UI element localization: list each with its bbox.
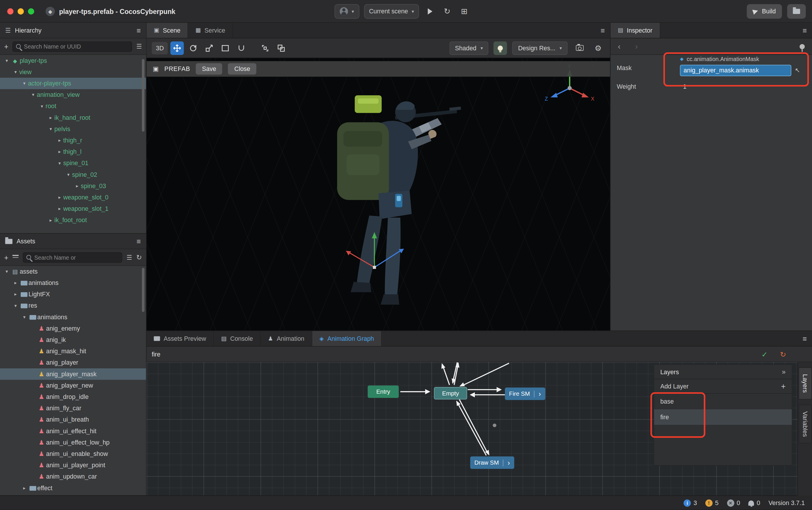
error-status[interactable]: ✕ 0 — [727, 499, 740, 507]
expand-arrow-icon[interactable] — [73, 183, 81, 189]
scene-selector-dropdown[interactable]: Current scene ▾ — [364, 4, 419, 19]
nav-forward-button[interactable]: › — [635, 41, 638, 51]
assets-search-input[interactable] — [34, 254, 119, 260]
graph-side-tab[interactable]: Variables — [798, 405, 812, 444]
gizmo-space-button[interactable] — [275, 41, 288, 55]
expand-arrow-icon[interactable] — [56, 206, 63, 211]
hierarchy-tree-item[interactable]: pelvis — [0, 123, 146, 135]
pin-icon[interactable] — [800, 44, 805, 49]
assets-searchbox[interactable] — [23, 252, 122, 262]
hierarchy-tree-item[interactable]: spine_02 — [0, 169, 146, 180]
close-window-button[interactable] — [7, 8, 13, 15]
scene-viewport[interactable]: ▣ PREFAB Save Close — [147, 58, 610, 331]
expand-arrow-icon[interactable] — [56, 138, 63, 143]
layer-item[interactable]: base — [654, 394, 792, 409]
refresh-assets-icon[interactable]: ↻ — [136, 253, 142, 261]
build-button[interactable]: Build — [747, 4, 782, 19]
add-node-button[interactable]: + — [4, 42, 8, 51]
asset-tree-item[interactable]: anim_drop_idle — [0, 391, 146, 402]
asset-tree-item[interactable]: animations — [0, 311, 146, 323]
hierarchy-tree-item[interactable]: view — [0, 66, 146, 78]
add-layer-button[interactable]: + — [781, 382, 786, 391]
inspector-menu-icon[interactable]: ≡ — [803, 26, 807, 35]
scene-tab[interactable]: Scene — [147, 23, 188, 38]
move-tool-button[interactable] — [171, 41, 184, 55]
assets-menu-icon[interactable]: ≡ — [137, 237, 141, 246]
ui-anchor-tool-button[interactable] — [235, 41, 248, 55]
asset-tree-item[interactable]: anim_ui_enable_show — [0, 448, 146, 459]
asset-tree-item[interactable]: anim_ui_effect_low_hp — [0, 437, 146, 448]
asset-tree-item[interactable]: anim_updown_car — [0, 471, 146, 482]
expand-arrow-icon[interactable] — [38, 104, 46, 109]
bottom-tab[interactable]: Console — [214, 331, 261, 346]
hierarchy-scrollbar[interactable] — [142, 59, 145, 132]
rotate-tool-button[interactable] — [187, 41, 200, 55]
expand-arrow-icon[interactable] — [12, 69, 19, 75]
expand-arrow-icon[interactable] — [12, 280, 19, 286]
bottom-tab[interactable]: Animation — [261, 331, 312, 346]
animation-graph-canvas[interactable]: Entry Empty Fire SM Draw SM — [147, 362, 798, 496]
expand-arrow-icon[interactable] — [56, 161, 63, 166]
expand-arrow-icon[interactable] — [30, 92, 37, 97]
projection-3d-button[interactable]: 3D — [152, 41, 168, 54]
asset-tree-item[interactable]: anig_player_new — [0, 380, 146, 391]
snap-tool-button[interactable] — [259, 41, 272, 55]
scene-tab[interactable]: Service — [188, 23, 233, 38]
hierarchy-tree-item[interactable]: thigh_l — [0, 146, 146, 157]
graph-side-tab[interactable]: Layers — [798, 367, 812, 399]
expand-arrow-icon[interactable] — [47, 126, 54, 132]
assets-scrollbar[interactable] — [142, 268, 145, 312]
asset-tree-item[interactable]: animations — [0, 277, 146, 288]
asset-tree-item[interactable]: effect — [0, 482, 146, 494]
hierarchy-tree-item[interactable]: weapone_slot_1 — [0, 203, 146, 215]
hierarchy-tree-item[interactable]: spine_03 — [0, 180, 146, 192]
shading-mode-dropdown[interactable]: Shaded ▾ — [449, 41, 488, 55]
open-project-folder-button[interactable] — [787, 4, 806, 19]
nav-back-button[interactable]: ‹ — [618, 41, 621, 51]
collapse-panel-icon[interactable]: » — [782, 368, 786, 376]
asset-tree-item[interactable]: anig_player — [0, 357, 146, 368]
hierarchy-tree-item[interactable]: spine_01 — [0, 158, 146, 169]
bottom-tab[interactable]: Animation Graph — [312, 331, 382, 346]
rect-tool-button[interactable] — [219, 41, 232, 55]
prefab-save-button[interactable]: Save — [196, 63, 222, 75]
hierarchy-tree-item[interactable]: player-tps — [0, 55, 146, 66]
preview-grid-button[interactable]: ⊞ — [458, 4, 471, 19]
hierarchy-tree-item[interactable]: ik_hand_root — [0, 112, 146, 123]
play-button[interactable] — [424, 4, 436, 19]
notification-status[interactable]: 0 — [748, 499, 760, 507]
asset-tree-item[interactable]: anig_player_mask — [0, 368, 146, 380]
hierarchy-menu-icon[interactable]: ≡ — [137, 26, 141, 35]
minimize-window-button[interactable] — [18, 8, 24, 15]
transform-gizmo[interactable] — [342, 230, 410, 280]
asset-tree-item[interactable]: anim_fly_car — [0, 403, 146, 414]
scene-menu-icon[interactable]: ≡ — [601, 26, 605, 35]
scene-settings-button[interactable]: ⚙ — [592, 41, 605, 55]
asset-tree-item[interactable]: anim_ui_breath — [0, 414, 146, 425]
bottom-panel-menu-icon[interactable]: ≡ — [803, 335, 807, 343]
graph-node[interactable]: Entry — [368, 386, 399, 398]
graph-node[interactable]: Draw SM — [470, 456, 514, 469]
expand-arrow-icon[interactable] — [47, 115, 54, 120]
hierarchy-searchbox[interactable] — [12, 41, 132, 52]
mask-asset-input[interactable] — [680, 65, 791, 76]
hierarchy-tree-item[interactable]: animation_view — [0, 89, 146, 100]
expand-arrow-icon[interactable] — [21, 81, 28, 86]
hierarchy-tree-item[interactable]: actor-player-tps — [0, 78, 146, 89]
expand-arrow-icon[interactable] — [47, 218, 54, 223]
assets-view-mode-icon[interactable]: ☰ — [126, 254, 132, 261]
hierarchy-tree-item[interactable]: weapone_slot_0 — [0, 192, 146, 203]
expand-arrow-icon[interactable] — [65, 172, 72, 177]
hierarchy-view-mode-icon[interactable]: ☰ — [136, 43, 142, 50]
bottom-tab[interactable]: Assets Preview — [147, 331, 214, 346]
asset-tree-item[interactable]: anig_ik — [0, 334, 146, 345]
asset-tree-item[interactable]: LightFX — [0, 289, 146, 300]
info-status[interactable]: i 3 — [684, 499, 697, 507]
hierarchy-tree-item[interactable]: root — [0, 101, 146, 112]
account-dropdown[interactable]: ▾ — [334, 4, 359, 19]
asset-tree-item[interactable]: anig_mask_hit — [0, 346, 146, 357]
reload-scene-button[interactable]: ↻ — [441, 4, 453, 19]
asset-tree-item[interactable]: anim_ui_effect_hit — [0, 425, 146, 437]
hierarchy-tree-item[interactable]: ik_foot_root — [0, 215, 146, 226]
expand-arrow-icon[interactable] — [12, 292, 19, 297]
